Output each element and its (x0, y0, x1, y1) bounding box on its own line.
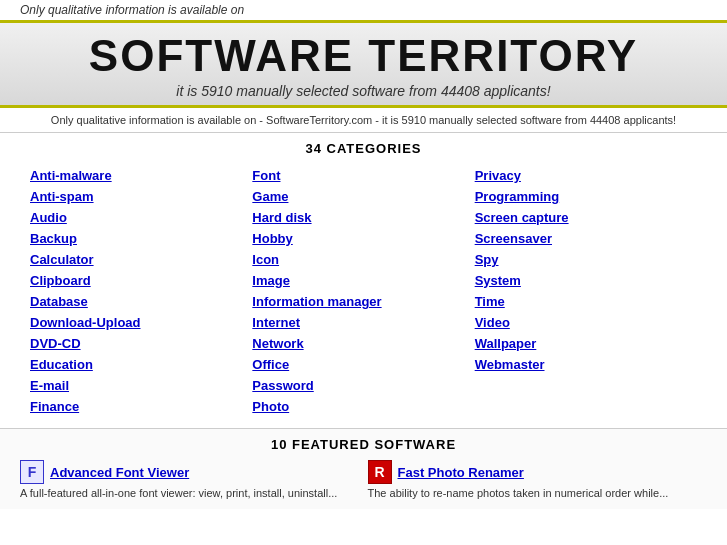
site-title: SOFTWARE TERRITORY (0, 31, 727, 81)
featured-item-header-0: F Advanced Font Viewer (20, 460, 360, 484)
category-col-2: Font Game Hard disk Hobby Icon Image Inf… (252, 166, 474, 416)
cat-backup[interactable]: Backup (30, 229, 252, 248)
cat-password[interactable]: Password (252, 376, 474, 395)
featured-grid: F Advanced Font Viewer A full-featured a… (20, 460, 707, 501)
featured-section: 10 FEATURED SOFTWARE F Advanced Font Vie… (0, 428, 727, 509)
category-col-1: Anti-malware Anti-spam Audio Backup Calc… (30, 166, 252, 416)
cat-time[interactable]: Time (475, 292, 697, 311)
featured-icon-font: F (20, 460, 44, 484)
cat-hobby[interactable]: Hobby (252, 229, 474, 248)
header-banner: SOFTWARE TERRITORY it is 5910 manually s… (0, 20, 727, 108)
cat-wallpaper[interactable]: Wallpaper (475, 334, 697, 353)
cat-clipboard[interactable]: Clipboard (30, 271, 252, 290)
cat-internet[interactable]: Internet (252, 313, 474, 332)
cat-network[interactable]: Network (252, 334, 474, 353)
cat-education[interactable]: Education (30, 355, 252, 374)
cat-spy[interactable]: Spy (475, 250, 697, 269)
featured-icon-photo: R (368, 460, 392, 484)
cat-screensaver[interactable]: Screensaver (475, 229, 697, 248)
cat-icon[interactable]: Icon (252, 250, 474, 269)
header-subtitle: it is 5910 manually selected software fr… (0, 81, 727, 101)
cat-video[interactable]: Video (475, 313, 697, 332)
featured-desc-1: The ability to re-name photos taken in n… (368, 486, 708, 501)
cat-anti-spam[interactable]: Anti-spam (30, 187, 252, 206)
cat-webmaster[interactable]: Webmaster (475, 355, 697, 374)
cat-audio[interactable]: Audio (30, 208, 252, 227)
category-col-3: Privacy Programming Screen capture Scree… (475, 166, 697, 416)
cat-email[interactable]: E-mail (30, 376, 252, 395)
cat-programming[interactable]: Programming (475, 187, 697, 206)
categories-grid: Anti-malware Anti-spam Audio Backup Calc… (30, 166, 697, 416)
cat-privacy[interactable]: Privacy (475, 166, 697, 185)
categories-section: 34 CATEGORIES Anti-malware Anti-spam Aud… (0, 133, 727, 428)
cat-dvd-cd[interactable]: DVD-CD (30, 334, 252, 353)
top-italic-text: Only qualitative information is availabl… (0, 0, 727, 20)
cat-hard-disk[interactable]: Hard disk (252, 208, 474, 227)
cat-game[interactable]: Game (252, 187, 474, 206)
featured-link-0[interactable]: Advanced Font Viewer (50, 465, 189, 480)
cat-download-upload[interactable]: Download-Upload (30, 313, 252, 332)
featured-item-1: R Fast Photo Renamer The ability to re-n… (368, 460, 708, 501)
featured-desc-0: A full-featured all-in-one font viewer: … (20, 486, 360, 501)
cat-system[interactable]: System (475, 271, 697, 290)
categories-title: 34 CATEGORIES (30, 141, 697, 156)
cat-information-manager[interactable]: Information manager (252, 292, 474, 311)
cat-anti-malware[interactable]: Anti-malware (30, 166, 252, 185)
featured-item-0: F Advanced Font Viewer A full-featured a… (20, 460, 360, 501)
cat-font[interactable]: Font (252, 166, 474, 185)
cat-office[interactable]: Office (252, 355, 474, 374)
cat-image[interactable]: Image (252, 271, 474, 290)
cat-screen-capture[interactable]: Screen capture (475, 208, 697, 227)
cat-database[interactable]: Database (30, 292, 252, 311)
featured-title: 10 FEATURED SOFTWARE (20, 437, 707, 452)
featured-item-header-1: R Fast Photo Renamer (368, 460, 708, 484)
cat-calculator[interactable]: Calculator (30, 250, 252, 269)
cat-finance[interactable]: Finance (30, 397, 252, 416)
subtext: Only qualitative information is availabl… (0, 108, 727, 133)
cat-photo[interactable]: Photo (252, 397, 474, 416)
featured-link-1[interactable]: Fast Photo Renamer (398, 465, 524, 480)
